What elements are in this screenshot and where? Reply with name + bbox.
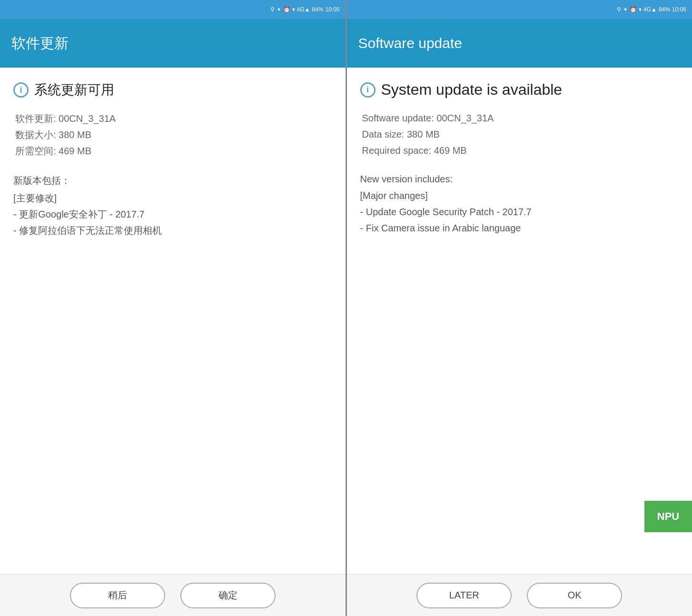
right-button-row: LATER OK bbox=[347, 574, 692, 616]
left-info-item-1: 数据大小: 380 MB bbox=[15, 127, 332, 143]
right-info-item-2: Required space: 469 MB bbox=[362, 142, 679, 159]
right-update-title: System update is available bbox=[381, 81, 563, 99]
location-icon: ⚲ bbox=[270, 6, 275, 13]
right-header-title: Software update bbox=[358, 35, 462, 51]
time-right: 10:06 bbox=[672, 6, 686, 13]
alarm-icon: ⏰ bbox=[283, 6, 290, 13]
right-later-button[interactable]: LATER bbox=[416, 583, 512, 608]
left-header-title: 软件更新 bbox=[11, 34, 69, 53]
signal-icon: 4G▲ bbox=[297, 6, 310, 13]
right-header: Software update bbox=[347, 19, 692, 68]
right-info-list: Software update: 00CN_3_31A Data size: 3… bbox=[360, 110, 679, 159]
left-info-list: 软件更新: 00CN_3_31A 数据大小: 380 MB 所需空间: 469 … bbox=[13, 110, 332, 159]
alarm-icon-r: ⏰ bbox=[630, 6, 637, 13]
right-panel: i System update is available Software up… bbox=[347, 68, 692, 574]
left-info-item-0: 软件更新: 00CN_3_31A bbox=[15, 110, 332, 127]
right-change-1: - Update Google Security Patch - 2017.7 bbox=[360, 204, 679, 220]
left-new-version-section: 新版本包括： [主要修改] - 更新Google安全补丁 - 2017.7 - … bbox=[13, 174, 332, 238]
right-confirm-button[interactable]: OK bbox=[527, 583, 622, 608]
left-info-icon: i bbox=[13, 82, 29, 98]
right-info-icon: i bbox=[360, 82, 376, 98]
battery-right: 84% bbox=[659, 6, 670, 13]
right-change-2: - Fix Camera issue in Arabic language bbox=[360, 220, 679, 236]
time-left: 10:05 bbox=[325, 6, 339, 13]
left-new-version-label: 新版本包括： bbox=[13, 174, 332, 187]
left-later-button[interactable]: 稍后 bbox=[70, 583, 165, 608]
right-status-bar: ⚲ ✦ ⏰ ▾ 4G▲ 84% 10:06 bbox=[347, 0, 692, 19]
left-panel: i 系统更新可用 软件更新: 00CN_3_31A 数据大小: 380 MB 所… bbox=[0, 68, 346, 574]
right-info-item-0: Software update: 00CN_3_31A bbox=[362, 110, 679, 126]
location-icon-r: ⚲ bbox=[617, 6, 621, 13]
wifi-icon: ▾ bbox=[292, 6, 295, 13]
left-button-row: 稍后 确定 bbox=[0, 574, 346, 616]
left-header: 软件更新 bbox=[0, 19, 346, 68]
left-update-title-row: i 系统更新可用 bbox=[13, 81, 332, 99]
bluetooth-icon: ✦ bbox=[277, 6, 281, 13]
right-new-version-label: New version includes: bbox=[360, 174, 679, 185]
left-info-item-2: 所需空间: 469 MB bbox=[15, 143, 332, 159]
left-change-1: - 更新Google安全补丁 - 2017.7 bbox=[13, 206, 332, 222]
left-change-0: [主要修改] bbox=[13, 190, 332, 206]
npu-badge: NPU bbox=[644, 501, 692, 532]
left-change-2: - 修复阿拉伯语下无法正常使用相机 bbox=[13, 222, 332, 238]
right-new-version-section: New version includes: [Major changes] - … bbox=[360, 174, 679, 236]
right-change-0: [Major changes] bbox=[360, 188, 679, 204]
signal-icon-r: 4G▲ bbox=[643, 6, 657, 13]
right-status-icons: ⚲ ✦ ⏰ ▾ 4G▲ 84% 10:06 bbox=[617, 6, 686, 13]
left-status-bar: ⚲ ✦ ⏰ ▾ 4G▲ 84% 10:05 bbox=[0, 0, 346, 19]
right-info-item-1: Data size: 380 MB bbox=[362, 126, 679, 142]
left-update-title: 系统更新可用 bbox=[34, 81, 114, 99]
left-status-icons: ⚲ ✦ ⏰ ▾ 4G▲ 84% 10:05 bbox=[270, 6, 340, 13]
bluetooth-icon-r: ✦ bbox=[623, 6, 628, 13]
wifi-icon-r: ▾ bbox=[639, 6, 642, 13]
battery-left: 84% bbox=[312, 6, 323, 13]
right-update-title-row: i System update is available bbox=[360, 81, 679, 99]
left-confirm-button[interactable]: 确定 bbox=[180, 583, 276, 608]
